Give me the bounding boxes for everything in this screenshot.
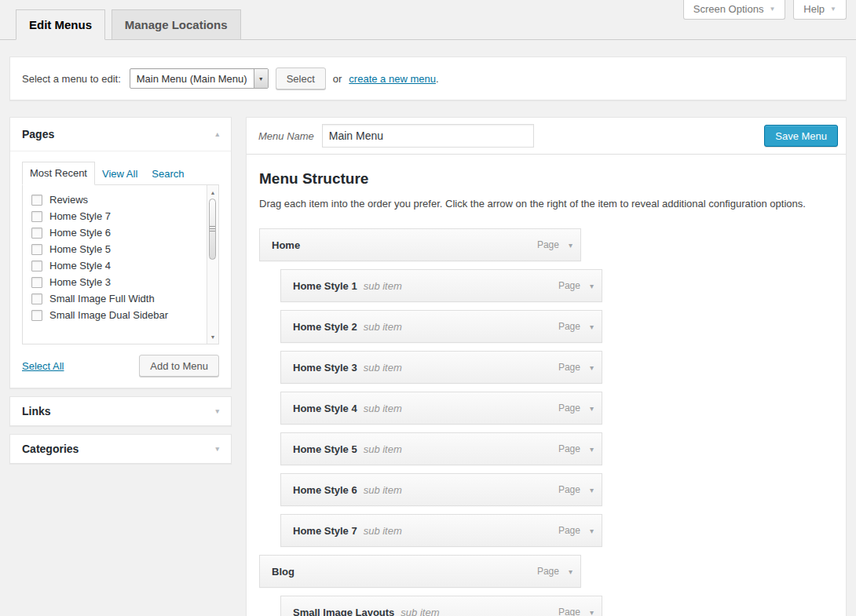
page-checkbox[interactable] [31, 211, 42, 222]
menu-item-controls: Page ▾ [537, 239, 572, 250]
menu-item-bar[interactable]: Home Style 5 sub item Page ▾ [280, 432, 602, 465]
menu-name-row: Menu Name Save Menu [247, 118, 846, 155]
menu-item-subitem-label: sub item [364, 525, 402, 537]
menu-item-bar[interactable]: Home Style 3 sub item Page ▾ [280, 351, 602, 384]
menu-item-bar[interactable]: Home Style 7 sub item Page ▾ [280, 514, 602, 547]
chevron-down-icon[interactable]: ▾ [590, 323, 594, 331]
scroll-down-icon[interactable]: ▼ [207, 331, 218, 342]
menu-item: Home Style 7 sub item Page ▾ [280, 514, 602, 547]
chevron-down-icon[interactable]: ▾ [590, 527, 594, 535]
menu-item-type: Page [558, 321, 580, 332]
page-list-item: Home Style 5 [23, 241, 218, 257]
page-list-item: Home Style 6 [23, 224, 218, 241]
menu-item-controls: Page ▾ [537, 566, 572, 577]
menu-item-bar[interactable]: Home Style 6 sub item Page ▾ [280, 473, 602, 506]
menu-select-dropdown[interactable]: Main Menu (Main Menu) ▼ [130, 68, 269, 89]
chevron-down-icon[interactable]: ▾ [590, 486, 594, 494]
select-all-link[interactable]: Select All [22, 360, 64, 372]
content-columns: Pages ▴ Most Recent View All Search [9, 117, 847, 616]
save-menu-button[interactable]: Save Menu [764, 125, 838, 147]
page-label[interactable]: Home Style 3 [49, 276, 111, 288]
tab-edit-menus[interactable]: Edit Menus [16, 9, 105, 40]
menu-select-bar: Select a menu to edit: Main Menu (Main M… [9, 56, 847, 100]
menu-item: Home Style 6 sub item Page ▾ [280, 473, 602, 506]
page-label[interactable]: Home Style 6 [49, 227, 111, 239]
page-label[interactable]: Reviews [49, 194, 88, 206]
page-checkbox[interactable] [31, 261, 42, 272]
page-checkbox[interactable] [31, 277, 42, 288]
menu-item: Home Style 2 sub item Page ▾ [280, 310, 602, 343]
page-checkbox[interactable] [31, 195, 42, 206]
page-list-item: Home Style 7 [23, 208, 218, 224]
categories-panel-header[interactable]: Categories ▾ [10, 435, 231, 463]
chevron-down-icon[interactable]: ▾ [590, 404, 594, 413]
page-checkbox[interactable] [31, 293, 42, 304]
page-label[interactable]: Home Style 5 [49, 243, 111, 255]
pages-tab[interactable]: Search [144, 162, 191, 185]
screen-options-button[interactable]: Screen Options ▼ [683, 0, 786, 20]
menu-item-subitem-label: sub item [364, 403, 402, 414]
chevron-down-icon[interactable]: ▾ [569, 567, 572, 576]
menu-item-bar[interactable]: Home Style 4 sub item Page ▾ [280, 392, 602, 425]
page-checkbox[interactable] [31, 244, 42, 255]
pages-panel-body: Most Recent View All Search Reviews [10, 162, 231, 388]
menu-item-bar[interactable]: Home Page ▾ [259, 228, 581, 261]
menu-item-bar[interactable]: Home Style 1 sub item Page ▾ [280, 269, 602, 302]
links-panel: Links ▾ [9, 396, 232, 426]
menu-item: Small Image Layouts sub item Page ▾ [280, 596, 602, 616]
tab-manage-locations[interactable]: Manage Locations [112, 9, 241, 40]
menu-item-controls: Page ▾ [558, 280, 594, 291]
pages-tabs: Most Recent View All Search [22, 162, 219, 185]
help-label: Help [803, 3, 825, 15]
page-label[interactable]: Small Image Full Width [49, 293, 155, 304]
pages-tab[interactable]: Most Recent [22, 162, 95, 185]
menu-item-bar[interactable]: Blog Page ▾ [259, 555, 581, 588]
menu-item: Home Page ▾ [259, 228, 581, 261]
menu-item-title: Home Style 7 [293, 525, 357, 537]
menu-item: Home Style 1 sub item Page ▾ [280, 269, 602, 302]
menu-item-title: Small Image Layouts [293, 607, 394, 616]
menu-item-title: Home Style 5 [293, 443, 357, 455]
scroll-up-icon[interactable]: ▲ [207, 187, 218, 198]
menu-item-subitem-label: sub item [364, 484, 402, 496]
screen-options-label: Screen Options [693, 3, 764, 15]
page-list-item: Small Image Full Width [23, 290, 218, 307]
menu-item-subitem-label: sub item [401, 607, 439, 616]
chevron-down-icon[interactable]: ▾ [590, 363, 594, 372]
chevron-down-icon[interactable]: ▾ [569, 241, 572, 250]
menu-edit-panel: Menu Name Save Menu Menu Structure Drag … [246, 117, 847, 616]
chevron-down-icon[interactable]: ▾ [590, 445, 594, 454]
create-menu-sentence: create a new menu. [349, 73, 438, 85]
select-button[interactable]: Select [276, 67, 326, 89]
chevron-down-icon[interactable]: ▾ [590, 282, 594, 290]
page-label[interactable]: Home Style 7 [49, 210, 111, 222]
pages-panel-title: Pages [22, 128, 54, 140]
page-label[interactable]: Home Style 4 [49, 260, 111, 272]
pages-panel-header[interactable]: Pages ▴ [10, 118, 231, 151]
menu-item-title: Home Style 6 [293, 484, 357, 496]
create-new-menu-link[interactable]: create a new menu [349, 73, 436, 85]
menu-item-subitem-label: sub item [364, 280, 402, 292]
page-label[interactable]: Small Image Dual Sidebar [49, 309, 168, 321]
scrollbar-thumb[interactable] [209, 199, 216, 260]
help-button[interactable]: Help ▼ [793, 0, 847, 20]
chevron-down-icon: ▼ [830, 5, 836, 13]
chevron-down-icon[interactable]: ▾ [590, 608, 594, 616]
menu-item-bar[interactable]: Home Style 2 sub item Page ▾ [280, 310, 602, 343]
menu-name-input[interactable] [322, 124, 534, 148]
menu-item-type: Page [558, 362, 580, 373]
menu-item-title: Home Style 4 [293, 403, 357, 414]
menu-item: Blog Page ▾ [259, 555, 581, 588]
menu-name-label: Menu Name [258, 130, 314, 142]
chevron-down-icon: ▼ [769, 5, 775, 13]
links-panel-header[interactable]: Links ▾ [10, 397, 231, 425]
add-to-menu-button[interactable]: Add to Menu [139, 355, 219, 377]
pages-actions: Select All Add to Menu [22, 355, 219, 377]
pages-tab[interactable]: View All [95, 162, 144, 185]
menu-item-bar[interactable]: Small Image Layouts sub item Page ▾ [280, 596, 602, 616]
page-checkbox[interactable] [31, 310, 42, 321]
menu-item-type: Page [558, 280, 580, 291]
categories-panel: Categories ▾ [9, 434, 232, 464]
page-checkbox[interactable] [31, 228, 42, 239]
pages-scrollbar[interactable]: ▲ ▼ [207, 185, 218, 344]
